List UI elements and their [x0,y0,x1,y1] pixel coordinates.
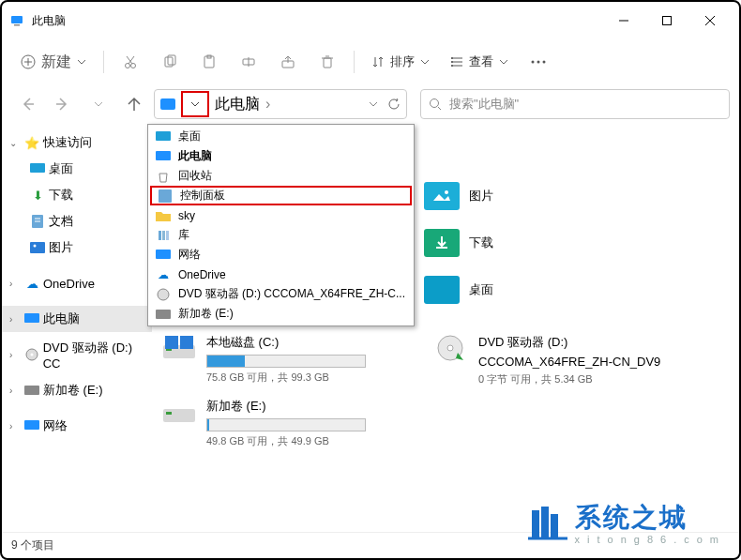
up-button[interactable] [118,88,150,120]
maximize-button[interactable] [645,6,688,36]
folder-downloads[interactable]: 下载 [424,229,493,257]
svg-rect-57 [159,231,161,240]
chevron-down-icon [420,59,430,65]
sidebar-network[interactable]: ›网络 [2,413,152,439]
sidebar-pictures[interactable]: 图片 [2,235,152,261]
rename-button[interactable] [230,45,267,79]
svg-point-32 [431,99,439,108]
drive-d[interactable]: DVD 驱动器 (D:) CCCOMA_X64FRE_ZH-CN_DV9 0 字… [433,334,677,386]
network-icon [24,419,39,432]
svg-rect-1 [14,24,20,26]
sidebar-documents[interactable]: 文档 [2,208,152,235]
watermark-cn: 系统之城 [575,500,726,536]
share-icon [280,54,295,69]
drive-c[interactable]: 本地磁盘 (C:) 75.8 GB 可用，共 99.3 GB [161,334,405,386]
dd-label: 库 [178,227,189,243]
folder-label: 图片 [469,188,493,204]
sidebar-onedrive[interactable]: ›☁OneDrive [2,270,152,296]
share-button[interactable] [269,45,307,79]
address-bar[interactable]: 此电脑 › [154,89,407,119]
sort-button[interactable]: 排序 [362,45,439,79]
drive-icon [161,398,197,426]
svg-point-28 [451,65,453,67]
breadcrumb-sep: › [265,96,270,113]
dd-label: OneDrive [178,268,226,281]
cut-button[interactable] [112,45,149,79]
more-button[interactable] [520,45,557,79]
drive-name: 本地磁盘 (C:) [206,334,366,351]
view-button[interactable]: 查看 [441,45,518,79]
svg-rect-34 [30,163,45,173]
paste-icon [202,54,217,69]
refresh-icon[interactable] [387,98,401,111]
address-dropdown-button[interactable] [181,91,209,117]
toolbar: 新建 排序 查看 [2,39,739,84]
cloud-icon: ☁ [156,268,171,281]
folder-desktop[interactable]: 桌面 [424,276,493,304]
delete-button[interactable] [309,45,346,79]
chevron-down-icon [77,59,86,65]
chevron-down-icon [499,59,508,65]
paste-button[interactable] [190,45,228,79]
sidebar-thispc[interactable]: ›此电脑 [2,306,152,332]
drive-e[interactable]: 新加卷 (E:) 49.8 GB 可用，共 49.9 GB [161,398,405,448]
dd-dvd[interactable]: DVD 驱动器 (D:) CCCOMA_X64FRE_ZH-C... [150,284,412,304]
new-button[interactable]: 新建 [11,45,96,79]
folder-label: 桌面 [469,281,493,298]
svg-point-42 [30,354,33,356]
svg-rect-60 [156,250,171,259]
dd-label: sky [178,209,195,222]
close-button[interactable] [688,6,732,36]
picture-icon [424,182,460,210]
chevron-down-icon[interactable] [369,101,378,107]
svg-point-45 [445,190,448,194]
minimize-button[interactable] [602,6,645,36]
dd-recycle[interactable]: 回收站 [150,166,412,186]
rename-icon [241,54,256,69]
dd-lib[interactable]: 库 [150,225,412,245]
sidebar-downloads[interactable]: ⬇下载 [2,182,152,208]
dd-sky[interactable]: sky [150,205,412,225]
copy-icon [162,54,177,69]
back-button[interactable] [11,88,43,120]
download-icon [424,229,460,257]
sidebar-desktop[interactable]: 桌面 [2,156,152,182]
svg-rect-58 [162,231,165,240]
svg-point-51 [447,345,453,351]
sidebar-newvol[interactable]: ›新加卷 (E:) [2,377,152,403]
drive-icon [156,308,171,321]
address-text: 此电脑 [215,95,260,114]
dd-newvol[interactable]: 新加卷 (E:) [150,304,412,324]
sidebar-item-label: DVD 驱动器 (D:) CC [43,340,152,371]
dd-onedrive[interactable]: ☁OneDrive [150,265,412,284]
sidebar-item-label: 新加卷 (E:) [43,382,103,399]
sidebar-dvd[interactable]: ›DVD 驱动器 (D:) CC [2,341,152,368]
dd-label: 此电脑 [178,148,212,164]
control-panel-icon [158,189,173,203]
svg-rect-20 [324,58,331,68]
svg-rect-44 [24,420,39,430]
search-box[interactable]: 搜索"此电脑" [420,89,730,119]
app-icon [9,13,24,28]
forward-button[interactable] [47,88,79,120]
recent-button[interactable] [83,88,114,120]
dd-thispc[interactable]: 此电脑 [150,146,412,166]
folder-pictures[interactable]: 图片 [424,182,493,210]
dd-network[interactable]: 网络 [150,245,412,265]
copy-button[interactable] [151,45,189,79]
arrow-up-icon [127,97,142,112]
dd-label: DVD 驱动器 (D:) CCCOMA_X64FRE_ZH-C... [178,286,405,302]
sidebar-quick-access[interactable]: ⌄⭐快速访问 [2,129,152,156]
dvd-icon [156,288,171,301]
ellipsis-icon [531,60,546,64]
dd-label: 新加卷 (E:) [178,306,234,322]
sidebar-item-label: 下载 [49,187,73,204]
dd-control-panel[interactable]: 控制面板 [150,186,412,205]
drive-usage-bar [206,418,366,431]
chevron-down-icon [94,101,103,107]
svg-rect-54 [156,131,171,141]
svg-point-30 [537,61,540,64]
svg-rect-52 [163,409,195,422]
sidebar-item-label: 网络 [43,417,68,434]
dd-desktop[interactable]: 桌面 [150,127,412,146]
